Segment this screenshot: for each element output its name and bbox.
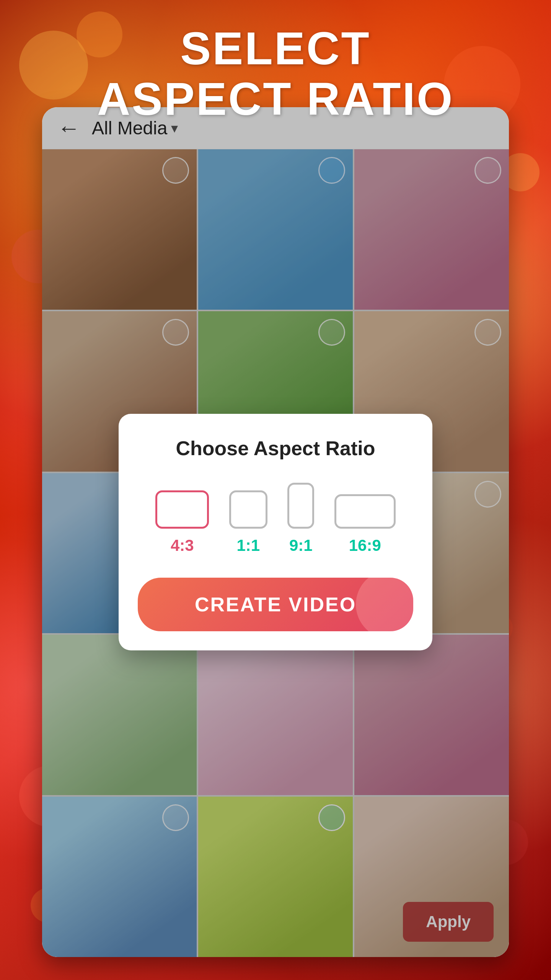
ratio-label-1-1: 1:1 [236, 536, 260, 555]
modal-title: Choose Aspect Ratio [138, 437, 413, 460]
ratio-option-9-1[interactable]: 9:1 [287, 483, 314, 555]
modal-overlay: Choose Aspect Ratio 4:3 1:1 9:1 [42, 107, 509, 957]
create-video-button[interactable]: CREATE VIDEO [138, 578, 413, 631]
ratio-shape-9-1 [287, 483, 314, 529]
ratio-option-1-1[interactable]: 1:1 [229, 490, 267, 555]
aspect-ratio-modal: Choose Aspect Ratio 4:3 1:1 9:1 [119, 414, 432, 650]
ratio-label-4-3: 4:3 [171, 536, 194, 555]
ratio-option-4-3[interactable]: 4:3 [155, 490, 209, 555]
ratio-option-16-9[interactable]: 16:9 [334, 494, 396, 555]
app-container: ← All Media ▾ [42, 107, 509, 957]
page-title: SELECT ASPECT RATIO [0, 23, 551, 124]
ratio-shape-16-9 [334, 494, 396, 529]
ratio-label-9-1: 9:1 [289, 536, 313, 555]
ratio-shape-4-3 [155, 490, 209, 529]
ratio-label-16-9: 16:9 [349, 536, 381, 555]
ratio-shape-1-1 [229, 490, 267, 529]
ratio-options: 4:3 1:1 9:1 16:9 [138, 483, 413, 555]
